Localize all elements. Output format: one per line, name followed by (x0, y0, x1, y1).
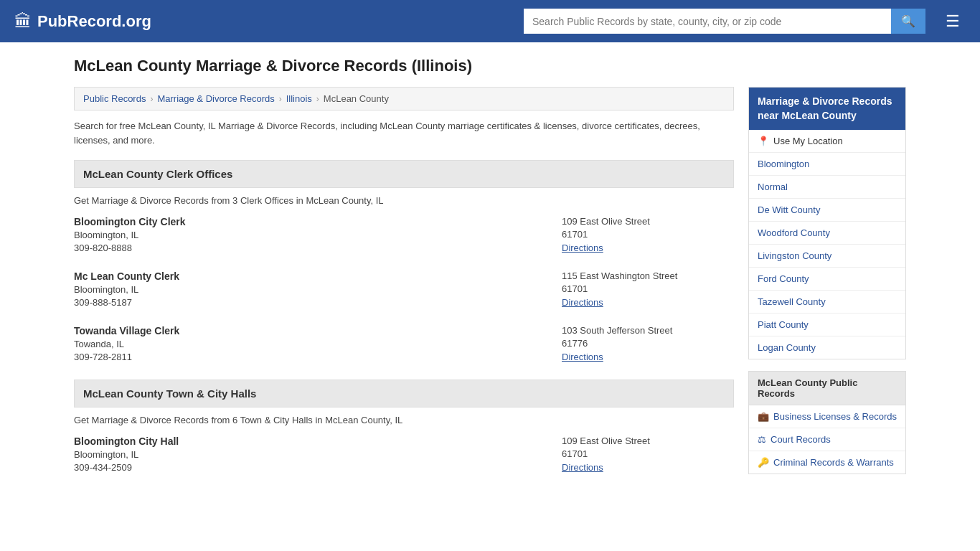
logo[interactable]: 🏛 PubRecord.org (14, 11, 151, 32)
section-header: McLean County Town & City Halls (74, 380, 734, 408)
sidebar-nearby-item[interactable]: Ford County (749, 268, 905, 291)
sidebar-nearby-item[interactable]: Woodford County (749, 222, 905, 245)
page-wrapper: McLean County Marriage & Divorce Records… (60, 42, 920, 504)
record-phone: 309-728-2811 (74, 352, 547, 362)
record-left: Towanda Village ClerkTowanda, IL309-728-… (74, 325, 547, 362)
scales-icon: ⚖ (758, 434, 766, 445)
location-dot-icon: 📍 (758, 136, 769, 146)
directions-link[interactable]: Directions (562, 242, 603, 253)
sidebar-public-records-item[interactable]: ⚖Court Records (749, 428, 905, 451)
search-button[interactable]: 🔍 (891, 9, 925, 34)
public-records-label: Criminal Records & Warrants (773, 457, 894, 468)
record-right: 115 East Washington Street61701Direction… (562, 270, 734, 308)
record-phone: 309-888-5187 (74, 297, 547, 308)
sidebar-public-records-header: McLean County Public Records (749, 372, 905, 405)
record-phone: 309-820-8888 (74, 242, 547, 253)
record-name: Mc Lean County Clerk (74, 270, 547, 282)
sidebar-nearby-item[interactable]: Tazewell County (749, 291, 905, 314)
record-left: Bloomington City ClerkBloomington, IL309… (74, 216, 547, 253)
hamburger-icon: ☰ (946, 12, 960, 30)
page-description: Search for free McLean County, IL Marria… (74, 119, 734, 147)
record-entry: Bloomington City ClerkBloomington, IL309… (74, 216, 734, 253)
record-city: Towanda, IL (74, 339, 547, 349)
record-right: 109 East Olive Street61701Directions (562, 216, 734, 253)
sidebar-nearby-item[interactable]: Logan County (749, 336, 905, 359)
record-name: Bloomington City Hall (74, 435, 547, 447)
public-records-label: Court Records (771, 434, 831, 445)
breadcrumb-sep-1: › (150, 94, 153, 104)
sidebar-nearby-item[interactable]: De Witt County (749, 199, 905, 222)
section-clerk-offices: McLean County Clerk OfficesGet Marriage … (74, 160, 734, 362)
record-address: 103 South Jefferson Street (562, 325, 734, 336)
directions-link[interactable]: Directions (562, 352, 603, 362)
section-desc: Get Marriage & Divorce Records from 3 Cl… (74, 195, 734, 206)
record-address: 115 East Washington Street (562, 270, 734, 281)
breadcrumb: Public Records › Marriage & Divorce Reco… (74, 87, 734, 110)
logo-icon: 🏛 (14, 11, 32, 32)
breadcrumb-sep-2: › (279, 94, 282, 104)
sidebar-nearby-item[interactable]: Bloomington (749, 153, 905, 176)
main-content: Public Records › Marriage & Divorce Reco… (74, 87, 734, 490)
record-address: 109 East Olive Street (562, 216, 734, 227)
directions-link[interactable]: Directions (562, 462, 603, 473)
record-zip: 61776 (562, 338, 734, 349)
page-title: McLean County Marriage & Divorce Records… (74, 57, 906, 75)
public-records-label: Business Licenses & Records (773, 411, 897, 422)
record-city: Bloomington, IL (74, 230, 547, 240)
sidebar-nearby-item[interactable]: Piatt County (749, 314, 905, 336)
section-city-halls: McLean County Town & City HallsGet Marri… (74, 380, 734, 473)
record-zip: 61701 (562, 448, 734, 459)
breadcrumb-link-illinois[interactable]: Illinois (286, 93, 312, 104)
search-bar: 🔍 (524, 9, 925, 34)
breadcrumb-current: McLean County (324, 93, 389, 104)
search-input[interactable] (524, 9, 891, 34)
record-entry: Mc Lean County ClerkBloomington, IL309-8… (74, 270, 734, 308)
nearby-items-container: BloomingtonNormalDe Witt CountyWoodford … (749, 153, 905, 359)
record-entry: Towanda Village ClerkTowanda, IL309-728-… (74, 325, 734, 362)
record-address: 109 East Olive Street (562, 435, 734, 446)
sidebar-public-records-item[interactable]: 🔑Criminal Records & Warrants (749, 451, 905, 474)
key-icon: 🔑 (758, 457, 769, 468)
sidebar: Marriage & Divorce Records near McLean C… (748, 87, 906, 486)
sidebar-nearby-item[interactable]: Normal (749, 176, 905, 199)
record-right: 109 East Olive Street61701Directions (562, 435, 734, 473)
sidebar-nearby-box: Marriage & Divorce Records near McLean C… (748, 87, 906, 359)
record-zip: 61701 (562, 229, 734, 240)
breadcrumb-link-marriage[interactable]: Marriage & Divorce Records (157, 93, 274, 104)
site-header: 🏛 PubRecord.org 🔍 ☰ (0, 0, 980, 42)
record-left: Mc Lean County ClerkBloomington, IL309-8… (74, 270, 547, 308)
logo-text: PubRecord.org (37, 12, 151, 31)
record-city: Bloomington, IL (74, 449, 547, 460)
sidebar-use-location[interactable]: 📍 Use My Location (749, 130, 905, 153)
record-name: Bloomington City Clerk (74, 216, 547, 227)
breadcrumb-sep-3: › (316, 94, 319, 104)
sidebar-nearby-header: Marriage & Divorce Records near McLean C… (749, 88, 905, 130)
section-header: McLean County Clerk Offices (74, 160, 734, 188)
record-city: Bloomington, IL (74, 284, 547, 295)
sidebar-nearby-item[interactable]: Livingston County (749, 245, 905, 268)
public-records-container: 💼Business Licenses & Records⚖Court Recor… (749, 405, 905, 474)
record-entry: Bloomington City HallBloomington, IL309-… (74, 435, 734, 473)
sidebar-public-records-item[interactable]: 💼Business Licenses & Records (749, 405, 905, 428)
sections-container: McLean County Clerk OfficesGet Marriage … (74, 160, 734, 473)
directions-link[interactable]: Directions (562, 297, 603, 308)
record-right: 103 South Jefferson Street61776Direction… (562, 325, 734, 362)
menu-button[interactable]: ☰ (940, 9, 966, 34)
search-icon: 🔍 (901, 15, 915, 27)
breadcrumb-link-public-records[interactable]: Public Records (83, 93, 146, 104)
section-desc: Get Marriage & Divorce Records from 6 To… (74, 415, 734, 425)
record-zip: 61701 (562, 283, 734, 294)
record-phone: 309-434-2509 (74, 462, 547, 473)
record-name: Towanda Village Clerk (74, 325, 547, 336)
content-layout: Public Records › Marriage & Divorce Reco… (74, 87, 906, 490)
sidebar-public-records-box: McLean County Public Records 💼Business L… (748, 371, 906, 474)
briefcase-icon: 💼 (758, 411, 769, 422)
record-left: Bloomington City HallBloomington, IL309-… (74, 435, 547, 473)
